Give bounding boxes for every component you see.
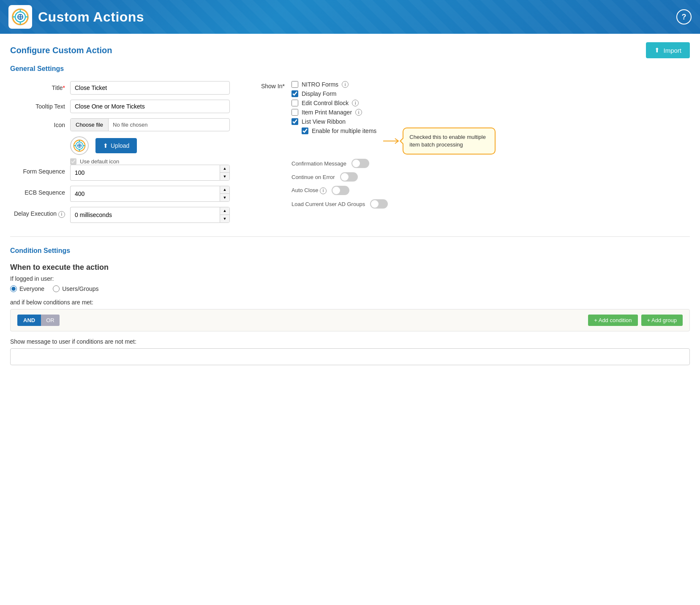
confirmation-message-label: Confirmation Message — [291, 160, 346, 167]
page-header: Configure Custom Action ⬆ Import — [10, 42, 690, 58]
load-current-user-label: Load Current User AD Groups — [291, 201, 365, 207]
ecb-sequence-spinner: ▲ ▼ — [220, 186, 230, 202]
default-icon-checkbox[interactable] — [70, 158, 76, 165]
edit-control-block-label: Edit Control Block — [302, 100, 349, 106]
general-settings-heading: General Settings — [10, 65, 690, 74]
show-in-label: Show In* — [247, 81, 285, 90]
condition-settings-heading: Condition Settings — [10, 247, 690, 256]
item-print-manager-info-icon[interactable]: i — [355, 109, 362, 116]
default-icon-row: Use default icon — [10, 158, 230, 165]
enable-multiple-checkbox[interactable] — [302, 128, 308, 134]
ecb-sequence-input[interactable] — [70, 186, 220, 202]
icon-preview-svg — [73, 139, 86, 152]
edit-control-block-info-icon[interactable]: i — [352, 100, 359, 106]
load-current-user-toggle[interactable] — [370, 199, 388, 209]
everyone-option[interactable]: Everyone — [10, 285, 44, 292]
enable-multiple-label: Enable for multiple items — [312, 128, 376, 134]
and-if-label: and if below conditions are met: — [10, 299, 690, 306]
confirmation-message-toggle[interactable] — [351, 159, 369, 168]
enable-multiple-section: Enable for multiple items Checked this t… — [291, 128, 496, 155]
auto-close-label: Auto Close i — [291, 187, 327, 194]
upload-button[interactable]: ⬆ Upload — [95, 138, 137, 153]
tooltip-text-label: Tooltip Text — [10, 100, 65, 110]
ecb-sequence-row: ECB Sequence ▲ ▼ — [10, 186, 230, 202]
settings-left: Title* Tooltip Text Icon Choose file No … — [10, 81, 230, 228]
enable-multiple-row: Enable for multiple items — [302, 128, 376, 134]
logged-in-radio-row: Everyone Users/Groups — [10, 285, 690, 292]
logo-box — [8, 5, 32, 29]
settings-grid: Title* Tooltip Text Icon Choose file No … — [10, 81, 690, 228]
help-button[interactable]: ? — [676, 9, 692, 24]
delay-execution-row: Delay Execution i ▲ ▼ — [10, 207, 230, 223]
import-button[interactable]: ⬆ Import — [646, 42, 690, 58]
show-message-label: Show message to user if conditions are n… — [10, 338, 690, 345]
logo-icon — [11, 8, 30, 26]
display-form-row: Display Form — [291, 90, 496, 97]
delay-execution-wrap: ▲ ▼ — [70, 207, 230, 223]
icon-preview-row: ⬆ Upload — [10, 136, 230, 155]
ecb-sequence-up[interactable]: ▲ — [220, 186, 229, 194]
nitro-forms-label: NITRO Forms — [302, 81, 338, 88]
item-print-manager-label: Item Print Manager — [302, 109, 352, 116]
edit-control-block-checkbox[interactable] — [291, 100, 298, 106]
nitro-forms-checkbox[interactable] — [291, 81, 298, 88]
confirmation-message-row: Confirmation Message — [291, 159, 690, 168]
tooltip-callout: Checked this to enable multiple item bat… — [403, 128, 496, 155]
title-row: Title* — [10, 81, 230, 95]
page-title: Configure Custom Action — [10, 46, 112, 55]
title-input[interactable] — [70, 81, 230, 95]
nitro-forms-info-icon[interactable]: i — [342, 81, 349, 88]
display-form-label: Display Form — [302, 90, 336, 97]
icon-row: Icon Choose file No file chosen — [10, 118, 230, 131]
users-groups-option[interactable]: Users/Groups — [53, 285, 98, 292]
delay-execution-down[interactable]: ▼ — [220, 215, 229, 222]
ecb-sequence-down[interactable]: ▼ — [220, 194, 229, 201]
show-message-input[interactable] — [10, 348, 690, 365]
and-button[interactable]: AND — [17, 315, 41, 326]
users-groups-radio[interactable] — [53, 285, 60, 292]
form-sequence-down[interactable]: ▼ — [220, 173, 229, 180]
auto-close-row: Auto Close i — [291, 186, 690, 195]
condition-actions: + Add condition + Add group — [588, 315, 683, 326]
or-button[interactable]: OR — [41, 315, 60, 326]
condition-box: AND OR + Add condition + Add group — [10, 309, 690, 331]
edit-control-block-row: Edit Control Block i — [291, 100, 496, 106]
delay-info-icon[interactable]: i — [58, 211, 65, 218]
everyone-radio[interactable] — [10, 285, 17, 292]
condition-settings-section: Condition Settings When to execute the a… — [10, 245, 690, 365]
show-in-content: NITRO Forms i Display Form Edit Control … — [291, 81, 690, 155]
settings-right: Show In* NITRO Forms i Display Form — [247, 81, 690, 228]
toggle-section: Confirmation Message Continue on Error A… — [291, 159, 690, 209]
item-print-manager-row: Item Print Manager i — [291, 109, 496, 116]
form-sequence-wrap: ▲ ▼ — [70, 165, 230, 181]
add-condition-button[interactable]: + Add condition — [588, 315, 637, 326]
delay-execution-label: Delay Execution i — [10, 207, 65, 218]
delay-execution-input[interactable] — [70, 207, 220, 223]
nitro-forms-row: NITRO Forms i — [291, 81, 496, 88]
icon-preview — [70, 136, 89, 155]
tooltip-text-input[interactable] — [70, 100, 230, 113]
show-in-checkboxes: NITRO Forms i Display Form Edit Control … — [291, 81, 496, 155]
auto-close-info-icon[interactable]: i — [320, 187, 327, 194]
continue-on-error-toggle[interactable] — [340, 172, 358, 182]
choose-file-button[interactable]: Choose file — [71, 119, 109, 131]
list-view-ribbon-label: List View Ribbon — [302, 118, 346, 125]
list-view-ribbon-checkbox[interactable] — [291, 118, 298, 125]
item-print-manager-checkbox[interactable] — [291, 109, 298, 116]
delay-execution-up[interactable]: ▲ — [220, 207, 229, 215]
add-group-button[interactable]: + Add group — [641, 315, 683, 326]
when-execute-heading: When to execute the action — [10, 263, 690, 272]
delay-execution-spinner: ▲ ▼ — [220, 207, 230, 223]
tooltip-callout-wrap: Checked this to enable multiple item bat… — [381, 128, 496, 155]
form-sequence-spinner: ▲ ▼ — [220, 165, 230, 181]
form-sequence-label: Form Sequence — [10, 165, 65, 175]
continue-on-error-row: Continue on Error — [291, 172, 690, 182]
section-divider — [10, 236, 690, 237]
list-view-ribbon-row: List View Ribbon — [291, 118, 496, 125]
form-sequence-up[interactable]: ▲ — [220, 165, 229, 173]
display-form-checkbox[interactable] — [291, 90, 298, 97]
auto-close-toggle[interactable] — [332, 186, 349, 195]
ecb-sequence-wrap: ▲ ▼ — [70, 186, 230, 202]
form-sequence-input[interactable] — [70, 165, 220, 181]
if-logged-label: If logged in user: — [10, 275, 690, 282]
